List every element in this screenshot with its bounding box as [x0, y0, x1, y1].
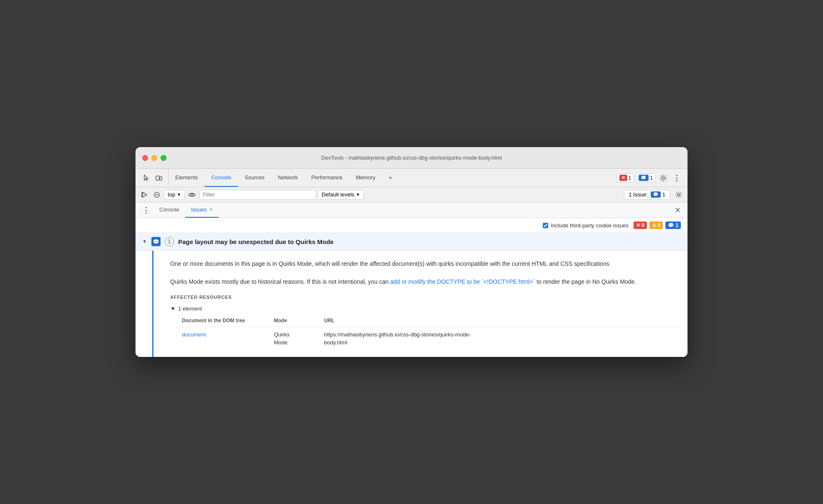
close-panel-icon[interactable]: ✕	[671, 206, 684, 215]
close-tab-icon[interactable]: ✕	[209, 207, 213, 212]
filter-input[interactable]	[199, 190, 316, 200]
run-icon[interactable]	[139, 189, 150, 200]
tab-network[interactable]: Network	[271, 169, 305, 187]
toolbar-tabs: Elements Console Sources Network Perform…	[169, 169, 613, 187]
info-icon: 💬	[668, 222, 674, 228]
window-title: DevTools - mathiasbynens.github.io/css-d…	[321, 155, 502, 161]
sub-tab-issues[interactable]: Issues ✕	[185, 202, 219, 218]
eye-icon[interactable]	[187, 189, 197, 200]
element-header[interactable]: ▼ 1 element	[170, 304, 679, 313]
devtools-window: DevTools - mathiasbynens.github.io/css-d…	[135, 147, 688, 357]
issue-count-badge[interactable]: 1 Issue: 💬 1	[624, 190, 670, 200]
message-icon-badge: 💬	[639, 175, 649, 181]
settings-icon[interactable]	[657, 172, 669, 184]
maximize-button[interactable]	[161, 155, 166, 161]
content-area: ⋮ Console Issues ✕ ✕ Include third-party…	[135, 202, 688, 357]
levels-dropdown[interactable]: Default levels ▼	[318, 190, 364, 200]
issue-info-icon: 💬	[151, 237, 161, 246]
warning-count-badge: ⚠ 0	[649, 221, 663, 229]
col3-header: URL	[321, 316, 679, 325]
issue-title: Page layout may be unexpected due to Qui…	[178, 238, 334, 245]
sub-tabs-bar: ⋮ Console Issues ✕ ✕	[135, 202, 688, 218]
tab-performance[interactable]: Performance	[304, 169, 349, 187]
error-icon-badge: ✕	[619, 175, 627, 181]
chevron-down-icon: ▼	[177, 192, 181, 197]
issue-header[interactable]: ▼ 💬 1 Page layout may be unexpected due …	[135, 233, 688, 251]
col2-header: Mode	[271, 316, 321, 325]
devtools-toolbar: Elements Console Sources Network Perform…	[135, 169, 688, 187]
resource-table: Document in the DOM tree Mode URL docume…	[179, 316, 679, 349]
third-party-checkbox[interactable]	[543, 223, 548, 228]
collapse-chevron-icon: ▼	[142, 239, 147, 244]
row-col2: Quirks Mode	[271, 329, 321, 349]
svg-point-2	[662, 177, 665, 179]
svg-point-8	[678, 193, 680, 196]
count-badges: ✕ 0 ⚠ 0 💬 1	[634, 221, 681, 229]
context-dropdown[interactable]: top ▼	[164, 190, 185, 200]
tab-elements[interactable]: Elements	[169, 169, 204, 187]
element-chevron-icon: ▼	[170, 305, 176, 312]
third-party-checkbox-label[interactable]: Include third-party cookie issues	[543, 222, 629, 229]
error-badge[interactable]: ✕ 1	[616, 173, 634, 182]
minimize-button[interactable]	[151, 155, 157, 161]
affected-resources: AFFECTED RESOURCES ▼ 1 element Document …	[170, 295, 679, 349]
issue-link[interactable]: add or modify the DOCTYPE to be `<!DOCTY…	[390, 278, 535, 285]
tab-memory[interactable]: Memory	[349, 169, 382, 187]
tab-more[interactable]: »	[382, 169, 399, 187]
issue-count-icon: 💬	[651, 191, 661, 198]
error-x-icon: ✕	[636, 222, 640, 228]
document-link[interactable]: document	[182, 331, 206, 338]
issue-description-1: One or more documents in this page is in…	[170, 259, 679, 268]
console-settings-icon[interactable]	[673, 189, 684, 200]
col1-header: Document in the DOM tree	[179, 316, 271, 325]
toolbar-left-icons	[137, 169, 169, 187]
tab-console[interactable]: Console	[204, 169, 238, 187]
secondary-toolbar: top ▼ Default levels ▼ 1 Issue: 💬 1	[135, 187, 688, 202]
close-button[interactable]	[142, 155, 148, 161]
svg-rect-0	[156, 176, 159, 180]
issue-body: One or more documents in this page is in…	[152, 251, 688, 357]
cursor-icon[interactable]	[141, 172, 152, 184]
more-panels-icon[interactable]: ⋮	[139, 206, 153, 215]
issues-top-bar: Include third-party cookie issues ✕ 0 ⚠ …	[135, 218, 688, 233]
resource-table-header: Document in the DOM tree Mode URL	[179, 316, 679, 327]
row-col3: https://mathiasbynens.github.io/css-dbg-…	[321, 329, 679, 349]
affected-label: AFFECTED RESOURCES	[170, 295, 679, 300]
row-col1: document	[179, 329, 271, 341]
chevron-down-icon: ▼	[356, 192, 360, 197]
error-count-badge: ✕ 0	[634, 221, 647, 229]
more-options-icon[interactable]: ⋮	[671, 172, 682, 184]
traffic-lights	[142, 155, 166, 161]
svg-point-7	[191, 193, 193, 196]
clear-icon[interactable]	[151, 189, 162, 200]
table-row: document Quirks Mode https://mathiasbyne…	[179, 329, 679, 349]
warning-icon: ⚠	[652, 222, 657, 228]
toolbar-right: ✕ 1 💬 1 ⋮	[613, 169, 686, 187]
svg-rect-1	[160, 177, 162, 180]
element-section: ▼ 1 element Document in the DOM tree Mod…	[170, 304, 679, 349]
message-badge[interactable]: 💬 1	[636, 173, 656, 182]
sub-tab-console[interactable]: Console	[153, 202, 185, 218]
device-icon[interactable]	[153, 172, 165, 184]
tab-sources[interactable]: Sources	[238, 169, 271, 187]
title-bar: DevTools - mathiasbynens.github.io/css-d…	[135, 147, 688, 169]
issue-count-circle: 1	[165, 237, 174, 246]
issue-section: ▼ 💬 1 Page layout may be unexpected due …	[135, 233, 688, 357]
info-count-badge: 💬 1	[665, 221, 681, 229]
issue-description-2: Quirks Mode exists mostly due to histori…	[170, 277, 679, 286]
svg-marker-3	[143, 192, 147, 197]
